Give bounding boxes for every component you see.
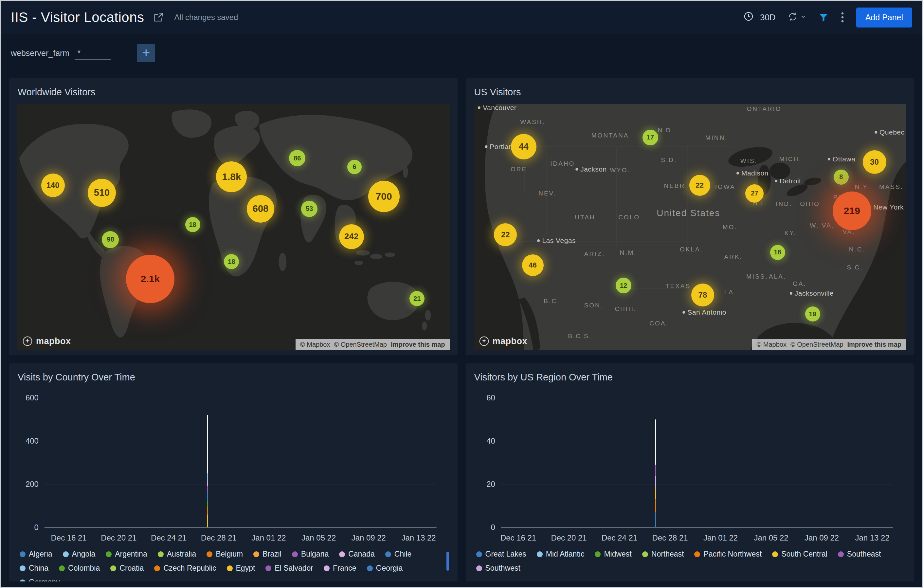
legend-item[interactable]: Angola xyxy=(63,550,95,558)
filter-icon[interactable] xyxy=(818,12,829,23)
map-bubble[interactable]: 2.1k xyxy=(126,255,174,303)
map-bubble[interactable]: 19 xyxy=(805,306,820,322)
map-bubble[interactable]: 22 xyxy=(689,175,710,196)
mapbox-attribution-link[interactable]: © Mapbox xyxy=(756,341,786,348)
panel-title: Worldwide Visitors xyxy=(18,87,450,98)
legend-item[interactable]: China xyxy=(20,564,48,573)
series-label: Pacific Northwest xyxy=(703,550,762,558)
series-label: Egypt xyxy=(236,564,255,573)
legend-item[interactable]: Australia xyxy=(158,550,196,558)
map-bubble[interactable]: 98 xyxy=(102,231,119,248)
map-bubble[interactable]: 12 xyxy=(616,278,631,293)
series-label: El Salvador xyxy=(274,564,313,573)
legend-item[interactable]: El Salvador xyxy=(266,564,313,573)
map-bubble[interactable]: 17 xyxy=(642,130,658,145)
legend-item[interactable]: Belgium xyxy=(207,550,243,558)
map-bubble[interactable]: 700 xyxy=(368,181,400,212)
map-bubble[interactable]: 18 xyxy=(770,245,785,260)
osm-attribution-link[interactable]: © OpenStreetMap xyxy=(790,341,843,348)
map-bubble[interactable]: 510 xyxy=(88,179,116,207)
svg-text:600: 600 xyxy=(26,393,39,402)
map-bubble[interactable]: 18 xyxy=(185,217,200,232)
mapbox-icon xyxy=(22,336,33,347)
improve-map-link[interactable]: Improve this map xyxy=(847,341,902,348)
svg-text:Jan 01 22: Jan 01 22 xyxy=(703,533,737,542)
mapbox-logo[interactable]: mapbox xyxy=(479,336,527,347)
mapbox-attribution-link[interactable]: © Mapbox xyxy=(300,341,330,348)
svg-text:Dec 16 21: Dec 16 21 xyxy=(500,533,536,542)
svg-text:Jan 05 22: Jan 05 22 xyxy=(301,533,336,542)
map-bubble[interactable]: 219 xyxy=(833,192,871,230)
series-color-dot xyxy=(476,551,482,557)
map-bubble[interactable]: 30 xyxy=(863,150,886,174)
share-icon[interactable] xyxy=(153,12,164,23)
legend-item[interactable]: Georgia xyxy=(367,564,403,573)
map-bubble[interactable]: 86 xyxy=(289,150,305,166)
map-bubble[interactable]: 21 xyxy=(409,291,425,306)
panel-worldwide-visitors: Worldwide Visitors xyxy=(9,78,458,355)
series-color-dot xyxy=(158,551,164,557)
legend-item[interactable]: Germany xyxy=(20,578,60,581)
legend-item[interactable]: Canada xyxy=(339,550,375,558)
svg-text:Jan 09 22: Jan 09 22 xyxy=(805,533,839,542)
legend-item[interactable]: Colombia xyxy=(59,564,100,573)
map-bubble[interactable]: 8 xyxy=(834,169,849,185)
more-menu-icon[interactable] xyxy=(841,11,844,23)
legend-item[interactable]: South Central xyxy=(772,550,828,558)
legend-item[interactable]: Chile xyxy=(385,550,411,558)
legend-item[interactable]: Southwest xyxy=(476,564,521,573)
world-map[interactable]: 140510982.1k1.8k86186081853624270021 map… xyxy=(17,104,450,350)
add-panel-button[interactable]: Add Panel xyxy=(856,8,912,28)
filter-value-input[interactable] xyxy=(75,46,111,60)
map-bubble[interactable]: 53 xyxy=(301,201,317,217)
refresh-control[interactable] xyxy=(787,11,806,23)
legend-item[interactable]: Egypt xyxy=(227,564,255,573)
legend-scrollbar[interactable] xyxy=(447,552,449,571)
us-map[interactable]: VancouverWASH.PortlandORE.IDAHOMONTANAN.… xyxy=(474,104,906,350)
series-color-dot xyxy=(838,551,844,557)
series-label: Angola xyxy=(72,550,95,558)
mapbox-logo[interactable]: mapbox xyxy=(22,336,71,347)
series-label: Georgia xyxy=(376,564,403,573)
svg-text:Jan 13 22: Jan 13 22 xyxy=(855,533,889,542)
time-range-control[interactable]: -30D xyxy=(743,11,775,24)
legend-item[interactable]: France xyxy=(324,564,356,573)
osm-attribution-link[interactable]: © OpenStreetMap xyxy=(334,341,386,348)
map-bubble[interactable]: 78 xyxy=(691,284,714,306)
series-label: Germany xyxy=(29,578,60,581)
legend-item[interactable]: Croatia xyxy=(110,564,144,573)
legend-item[interactable]: Czech Republic xyxy=(154,564,216,573)
map-bubble[interactable]: 242 xyxy=(339,224,364,249)
legend-item[interactable]: Northeast xyxy=(642,550,684,558)
map-bubble[interactable]: 46 xyxy=(522,255,544,276)
map-bubble[interactable]: 6 xyxy=(347,160,362,174)
series-label: Australia xyxy=(167,550,196,558)
map-bubble[interactable]: 1.8k xyxy=(216,161,247,192)
map-bubble[interactable]: 22 xyxy=(494,223,517,246)
map-bubble[interactable]: 140 xyxy=(41,174,65,197)
map-bubble[interactable]: 608 xyxy=(247,195,274,223)
svg-text:Dec 20 21: Dec 20 21 xyxy=(551,533,586,542)
legend-item[interactable]: Great Lakes xyxy=(476,550,526,558)
region-time-series-chart[interactable]: 0204060Dec 16 21Dec 20 21Dec 24 21Dec 28… xyxy=(474,389,906,547)
map-bubble[interactable]: 27 xyxy=(745,184,764,203)
legend-item[interactable]: Argentina xyxy=(106,550,147,558)
series-label: France xyxy=(333,564,356,573)
improve-map-link[interactable]: Improve this map xyxy=(391,341,445,348)
series-label: Chile xyxy=(394,550,411,558)
legend-item[interactable]: Southeast xyxy=(838,550,881,558)
map-bubble[interactable]: 18 xyxy=(224,254,239,269)
legend-item[interactable]: Pacific Northwest xyxy=(694,550,762,558)
svg-text:Dec 28 21: Dec 28 21 xyxy=(201,533,236,542)
series-color-dot xyxy=(595,551,601,557)
legend-item[interactable]: Algeria xyxy=(20,550,53,558)
map-bubble[interactable]: 44 xyxy=(511,134,537,159)
legend-item[interactable]: Mid Atlantic xyxy=(537,550,585,558)
add-filter-button[interactable]: + xyxy=(137,44,155,62)
series-color-dot xyxy=(324,565,330,571)
legend-item[interactable]: Bulgaria xyxy=(292,550,328,558)
legend-item[interactable]: Midwest xyxy=(595,550,631,558)
country-time-series-chart[interactable]: 0200400600Dec 16 21Dec 20 21Dec 24 21Dec… xyxy=(17,389,450,547)
legend-item[interactable]: Brazil xyxy=(253,550,281,558)
series-color-dot xyxy=(642,551,648,557)
